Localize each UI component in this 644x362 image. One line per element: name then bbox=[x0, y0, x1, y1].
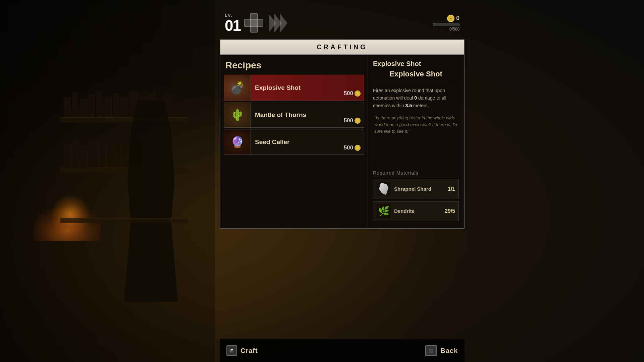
lamp-glow bbox=[50, 194, 91, 235]
level-number: 01 bbox=[225, 18, 240, 33]
book-decoration bbox=[80, 145, 88, 167]
recipe-icon-seed-caller bbox=[224, 129, 251, 155]
ui-panel: Lv. 01 ● 0 0/500 CRAFTING bbox=[220, 10, 465, 229]
background-scene bbox=[0, 0, 215, 362]
xp-bar bbox=[433, 23, 460, 26]
range-value: 3.5 bbox=[406, 103, 412, 108]
detail-category: Explosive Shot bbox=[373, 60, 459, 68]
back-key-symbol: ⬛ bbox=[429, 349, 433, 353]
dendrite-icon-glyph: 🌿 bbox=[378, 205, 390, 217]
book-decoration bbox=[116, 144, 122, 167]
book-decoration bbox=[100, 146, 106, 167]
recipe-name: Mantle of Thorns bbox=[255, 111, 306, 118]
material-count: 1/1 bbox=[448, 186, 455, 192]
craft-label: Craft bbox=[240, 347, 258, 355]
range-unit: meters. bbox=[413, 103, 429, 108]
recipes-title: Recipes bbox=[224, 60, 364, 71]
back-label: Back bbox=[440, 347, 458, 355]
detail-item-name: Explosive Shot bbox=[373, 70, 459, 82]
back-key-icon: ⬛ bbox=[425, 345, 437, 356]
book-decoration bbox=[95, 90, 102, 117]
detail-quote: "Is there anything better in the whole w… bbox=[373, 115, 459, 135]
crafting-header: CRAFTING bbox=[220, 40, 464, 55]
book-decoration bbox=[73, 139, 79, 167]
shard-shape bbox=[379, 183, 388, 195]
xp-text: 0/500 bbox=[449, 27, 460, 32]
health-cross-icon bbox=[245, 14, 263, 32]
cost-amount: 500 bbox=[344, 117, 353, 124]
cost-coin-icon bbox=[355, 90, 361, 97]
cost-amount: 500 bbox=[344, 90, 353, 97]
detail-description: Fires an explosive round that upon deton… bbox=[373, 87, 459, 109]
recipe-icon-explosive-shot bbox=[224, 75, 251, 100]
recipe-item-explosive-shot[interactable]: Explosive Shot 500 bbox=[224, 75, 364, 101]
shelf bbox=[60, 218, 188, 223]
recipe-cost: 500 bbox=[344, 90, 361, 97]
book-decoration bbox=[79, 99, 88, 117]
material-name: Dendrite bbox=[394, 208, 441, 214]
recipes-section: Recipes Explosive Shot 500 bbox=[220, 55, 368, 228]
recipe-name: Explosive Shot bbox=[255, 84, 301, 91]
back-button[interactable]: ⬛ Back bbox=[425, 345, 458, 356]
currency-amount: 0 bbox=[456, 15, 460, 22]
book-decoration bbox=[107, 140, 115, 167]
material-icon-dendrite: 🌿 bbox=[377, 204, 391, 218]
recipe-icon-mantle-of-thorns bbox=[224, 102, 251, 127]
crafting-body: Recipes Explosive Shot 500 bbox=[220, 55, 464, 228]
book-decoration bbox=[103, 97, 112, 117]
material-item-dendrite: 🌿 Dendrite 29/5 bbox=[373, 201, 459, 221]
cost-coin-icon bbox=[355, 145, 361, 151]
required-materials-label: Required Materials bbox=[373, 170, 459, 176]
currency-display: ● 0 bbox=[447, 15, 460, 22]
material-item-shrapnel-shard: Shrapnel Shard 1/1 bbox=[373, 179, 459, 199]
material-icon-shrapnel-shard bbox=[377, 182, 391, 196]
level-display: Lv. 01 bbox=[225, 13, 240, 33]
arrow-decoration bbox=[270, 14, 287, 33]
book-decoration bbox=[64, 97, 71, 117]
book-decoration bbox=[72, 92, 78, 117]
craft-key-icon: E bbox=[226, 345, 237, 356]
recipe-name: Seed Caller bbox=[255, 138, 290, 145]
level-bar: Lv. 01 ● 0 0/500 bbox=[220, 10, 465, 36]
material-name: Shrapnel Shard bbox=[394, 186, 444, 192]
craft-key-label: E bbox=[230, 348, 233, 353]
chevron-right-icon bbox=[280, 14, 287, 33]
crafting-panel: CRAFTING Recipes Explosive Shot 500 bbox=[220, 39, 465, 229]
book-decoration bbox=[89, 141, 99, 167]
book-decoration bbox=[120, 97, 127, 117]
coin-icon: ● bbox=[447, 15, 454, 22]
recipe-item-seed-caller[interactable]: Seed Caller 500 bbox=[224, 129, 364, 155]
cost-amount: 500 bbox=[344, 144, 353, 151]
xp-info: ● 0 0/500 bbox=[433, 15, 460, 32]
recipe-cost: 500 bbox=[344, 144, 361, 151]
book-decoration bbox=[64, 143, 72, 167]
recipe-item-mantle-of-thorns[interactable]: Mantle of Thorns 500 bbox=[224, 102, 364, 128]
damage-value: 0 bbox=[414, 95, 417, 101]
cost-coin-icon bbox=[355, 118, 361, 124]
divider bbox=[373, 166, 459, 166]
recipe-cost: 500 bbox=[344, 117, 361, 124]
book-decoration bbox=[113, 93, 119, 117]
bottom-bar: E Craft ⬛ Back bbox=[220, 339, 465, 362]
book-decoration bbox=[89, 94, 94, 117]
detail-panel: Explosive Shot Explosive Shot Fires an e… bbox=[368, 55, 464, 228]
craft-button[interactable]: E Craft bbox=[226, 345, 258, 356]
crafting-title: CRAFTING bbox=[317, 43, 367, 51]
material-count: 29/5 bbox=[445, 208, 455, 214]
